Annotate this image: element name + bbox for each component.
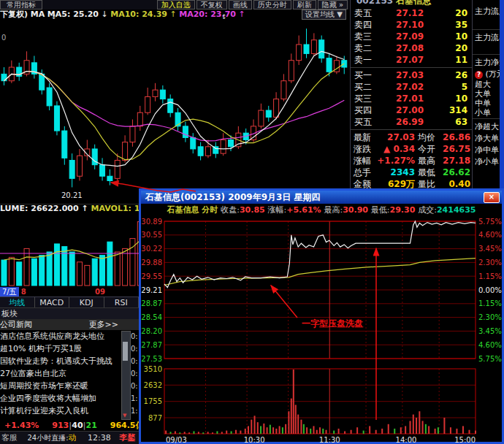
stock-code: 002153 — [356, 0, 393, 6]
svg-text:29.55: 29.55 — [141, 272, 162, 280]
stat-row: 最新27.03均价26.86 — [351, 131, 473, 143]
ask-row[interactable]: 卖五27.1220 — [351, 7, 473, 19]
decliners-count: 21 — [86, 421, 97, 430]
change-pct: +1.27% — [373, 155, 415, 166]
svg-text:2632: 2632 — [144, 381, 162, 389]
daily-time-axis: 7/五8 09 — [0, 287, 139, 296]
no-adjust-button[interactable]: 不复权 — [196, 0, 227, 9]
svg-text:4.60%: 4.60% — [478, 341, 502, 349]
service-link[interactable]: 客服 — [1, 433, 18, 443]
svg-text:30.22: 30.22 — [141, 245, 162, 253]
news-item[interactable]: 短周期投资市场乍寒还暖 — [0, 380, 123, 392]
svg-text:30.89: 30.89 — [141, 218, 162, 226]
time-axis-labels: 09/0310:3011:3014:0015:00 — [166, 436, 476, 444]
quote-panel: 002153 石基信息 卖五27.1220 卖四27.1035 卖三27.091… — [350, 0, 473, 188]
svg-text:28.20: 28.20 — [141, 327, 162, 335]
bid-row[interactable]: 买五26.9963 — [351, 116, 473, 128]
clock: 12:38 — [88, 433, 111, 443]
volume-arrow-icon: ↑ — [82, 204, 88, 213]
ask-row[interactable]: 卖四27.1035 — [351, 19, 473, 31]
divider — [351, 67, 473, 68]
bid-row[interactable]: 买三27.0110 — [351, 93, 473, 104]
help-icon[interactable]: ? — [475, 71, 483, 79]
svg-text:28.54: 28.54 — [141, 313, 162, 321]
host-name[interactable]: 李鍪 — [119, 433, 135, 443]
news-scrollbar[interactable]: ▼ — [121, 331, 131, 420]
svg-text:09/03: 09/03 — [166, 436, 187, 444]
svg-text:27.53: 27.53 — [141, 355, 162, 363]
add-to-watchlist-button[interactable]: 加入自选 — [157, 0, 195, 9]
live-broadcast-label[interactable]: 24小时直播: — [28, 434, 69, 442]
tab-common-indicators[interactable]: 常用指标 — [0, 0, 42, 9]
stock-trading-app: 常用指标 加入自选不复权画线历史分时刷新隐藏 » 下复权) MA MA5: 25… — [0, 0, 504, 444]
popup-title-bar[interactable]: 石基信息(002153) 2009年9月3日 星期四 — [141, 191, 502, 204]
news-item[interactable]: 酒店信息系统供应商龙头地位 — [0, 330, 123, 342]
hide-button[interactable]: 隐藏 » — [318, 0, 348, 9]
svg-text:28.87: 28.87 — [141, 299, 162, 307]
intraday-popup-window[interactable]: 石基信息(002153) 2009年9月3日 星期四 × 石基信息 分时 收盘:… — [139, 188, 504, 444]
tab-sector[interactable]: 板块 — [0, 307, 140, 320]
volume-axis-labels: 351026321755877 — [144, 365, 162, 422]
news-header: 公司新闻 更多>> — [0, 319, 139, 330]
stat-row: 金额629万量比0.40 — [351, 178, 473, 188]
tab-kdj[interactable]: KDJ — [69, 297, 104, 308]
adjust-mode-label: 下复权) MA — [0, 9, 45, 19]
svg-text:29.21: 29.21 — [141, 286, 162, 294]
svg-text:29.88: 29.88 — [141, 259, 162, 267]
change-pct: +5.61% — [286, 205, 321, 215]
close-button[interactable]: × — [484, 192, 500, 203]
news-item[interactable]: 国软件业走势：机遇或大于挑战 — [0, 355, 123, 367]
ask-row[interactable]: 卖二27.0820 — [351, 42, 473, 54]
low-price-label: 20.21 — [61, 191, 83, 199]
bid-row[interactable]: 买一27.0326 — [351, 69, 473, 81]
news-item[interactable]: 企业四季度营收将大幅增加 — [0, 392, 123, 405]
ma10-arrow-icon: ↑ — [169, 9, 176, 19]
indicator-tabs: 均线 MACD KDJ RSI — [0, 296, 139, 308]
draw-line-button[interactable]: 画线 — [229, 0, 252, 9]
historical-intraday-button[interactable]: 历史分时 — [253, 0, 291, 9]
top-toolbar: 常用指标 加入自选不复权画线历史分时刷新隐藏 » — [0, 0, 349, 9]
news-item[interactable]: 计算机行业迎来买入良机 — [0, 405, 123, 417]
time-axis-highlight[interactable]: 7/五 — [0, 287, 19, 296]
window-edge — [500, 0, 504, 188]
stat-row: 总手2343最低26.62 — [351, 166, 473, 178]
price-line — [164, 221, 476, 288]
time-axis-month: 8 — [21, 288, 26, 296]
svg-text:14:00: 14:00 — [396, 436, 417, 444]
scroll-down-icon[interactable]: ▼ — [123, 413, 126, 418]
ask-row[interactable]: 卖一27.0711 — [351, 54, 473, 66]
scrollbar-thumb[interactable] — [123, 342, 128, 361]
ma20-arrow-icon: ↑ — [239, 9, 245, 19]
tab-macd[interactable]: MACD — [35, 297, 70, 308]
change-value: ▲ 0.34 — [373, 143, 415, 155]
close-icon: × — [489, 193, 495, 201]
bottom-bar: 客服 24小时直播:动 12:38 李鍪 — [0, 431, 139, 444]
last-price: 27.03 — [373, 131, 415, 143]
toolbar-buttons: 加入自选不复权画线历史分时刷新隐藏 » — [156, 0, 348, 9]
turnover: 629万 — [373, 178, 415, 188]
svg-text:5.75%: 5.75% — [478, 355, 502, 363]
index-change-pct: +1.43% — [4, 421, 39, 430]
refresh-button[interactable]: 刷新 — [293, 0, 316, 9]
news-item[interactable]: 超10% 机构千万买1股 — [0, 342, 123, 355]
ma-settings-button[interactable]: 设置均线 ▼ — [302, 9, 346, 20]
bid-row[interactable]: 买四27.00314 — [351, 104, 473, 116]
svg-text:3.45%: 3.45% — [478, 245, 502, 253]
net-xl-label: 净超大 — [475, 121, 499, 132]
total-volume: 2343 — [373, 166, 415, 178]
svg-text:877: 877 — [148, 414, 162, 422]
svg-text:0.00%: 0.00% — [478, 286, 502, 294]
ask-row[interactable]: 卖三27.0910 — [351, 31, 473, 42]
tab-ma[interactable]: 均线 — [0, 297, 35, 308]
volume-value: LUME: 26622.000 — [0, 204, 79, 213]
divider — [351, 129, 473, 130]
news-more-link[interactable]: 更多>> — [89, 319, 118, 330]
live-hot-tag: 动 — [69, 433, 77, 443]
avg-price: 26.86 — [432, 131, 470, 143]
news-item[interactable]: 27位富豪出自北京 — [0, 367, 123, 380]
tab-rsi[interactable]: RSI — [104, 297, 140, 308]
popup-stock-name: 石基信息 — [167, 205, 199, 215]
dropdown-arrow-icon[interactable]: ▼ — [337, 10, 343, 18]
bid-row[interactable]: 买二27.025 — [351, 81, 473, 93]
price-axis-labels: 30.8930.5530.2229.8829.5529.2128.8728.54… — [141, 218, 162, 363]
